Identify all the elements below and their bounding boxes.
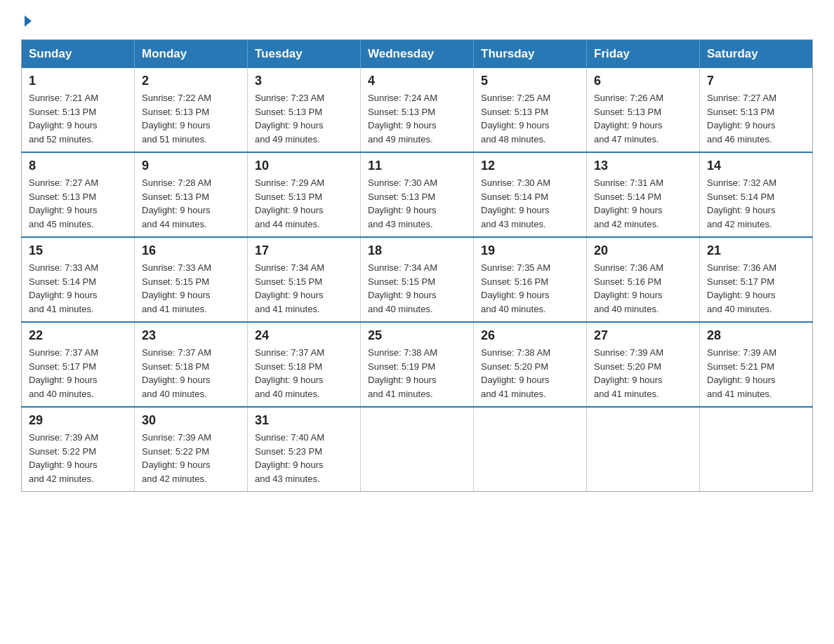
calendar-week-row: 22Sunrise: 7:37 AMSunset: 5:17 PMDayligh… xyxy=(22,322,813,407)
day-info: Sunrise: 7:24 AMSunset: 5:13 PMDaylight:… xyxy=(368,91,466,146)
day-number: 14 xyxy=(707,159,805,173)
calendar-cell: 20Sunrise: 7:36 AMSunset: 5:16 PMDayligh… xyxy=(587,237,700,322)
weekday-header: Saturday xyxy=(700,40,813,69)
day-number: 12 xyxy=(481,159,579,173)
calendar-cell: 30Sunrise: 7:39 AMSunset: 5:22 PMDayligh… xyxy=(135,407,248,492)
calendar-cell: 19Sunrise: 7:35 AMSunset: 5:16 PMDayligh… xyxy=(474,237,587,322)
day-number: 8 xyxy=(29,159,127,173)
calendar-cell: 23Sunrise: 7:37 AMSunset: 5:18 PMDayligh… xyxy=(135,322,248,407)
day-number: 31 xyxy=(255,413,353,428)
calendar-week-row: 29Sunrise: 7:39 AMSunset: 5:22 PMDayligh… xyxy=(22,407,813,492)
day-info: Sunrise: 7:21 AMSunset: 5:13 PMDaylight:… xyxy=(29,91,127,146)
day-info: Sunrise: 7:32 AMSunset: 5:14 PMDaylight:… xyxy=(707,176,805,231)
weekday-header: Friday xyxy=(587,40,700,69)
weekday-header: Thursday xyxy=(474,40,587,69)
calendar-cell: 25Sunrise: 7:38 AMSunset: 5:19 PMDayligh… xyxy=(361,322,474,407)
day-number: 29 xyxy=(29,413,127,428)
day-number: 6 xyxy=(594,74,692,88)
calendar-cell xyxy=(474,407,587,492)
day-info: Sunrise: 7:39 AMSunset: 5:22 PMDaylight:… xyxy=(29,431,127,485)
calendar-cell: 1Sunrise: 7:21 AMSunset: 5:13 PMDaylight… xyxy=(22,68,135,152)
day-info: Sunrise: 7:27 AMSunset: 5:13 PMDaylight:… xyxy=(707,91,805,146)
day-info: Sunrise: 7:39 AMSunset: 5:21 PMDaylight:… xyxy=(707,346,805,401)
day-number: 30 xyxy=(142,413,240,428)
day-number: 10 xyxy=(255,159,353,173)
calendar-cell: 12Sunrise: 7:30 AMSunset: 5:14 PMDayligh… xyxy=(474,152,587,237)
calendar-cell: 16Sunrise: 7:33 AMSunset: 5:15 PMDayligh… xyxy=(135,237,248,322)
weekday-header: Tuesday xyxy=(248,40,361,69)
day-info: Sunrise: 7:37 AMSunset: 5:17 PMDaylight:… xyxy=(29,346,127,401)
day-number: 4 xyxy=(368,74,466,88)
day-number: 11 xyxy=(368,159,466,173)
day-number: 9 xyxy=(142,159,240,173)
weekday-header: Sunday xyxy=(22,40,135,69)
page-header xyxy=(21,14,813,27)
day-number: 13 xyxy=(594,159,692,173)
logo xyxy=(21,14,32,27)
calendar-cell: 26Sunrise: 7:38 AMSunset: 5:20 PMDayligh… xyxy=(474,322,587,407)
day-number: 28 xyxy=(707,328,805,343)
day-info: Sunrise: 7:34 AMSunset: 5:15 PMDaylight:… xyxy=(255,261,353,316)
day-number: 20 xyxy=(594,243,692,258)
day-number: 17 xyxy=(255,243,353,258)
day-info: Sunrise: 7:36 AMSunset: 5:17 PMDaylight:… xyxy=(707,261,805,316)
calendar-cell: 22Sunrise: 7:37 AMSunset: 5:17 PMDayligh… xyxy=(22,322,135,407)
weekday-header: Monday xyxy=(135,40,248,69)
calendar-week-row: 1Sunrise: 7:21 AMSunset: 5:13 PMDaylight… xyxy=(22,68,813,152)
day-number: 16 xyxy=(142,243,240,258)
calendar-table: SundayMondayTuesdayWednesdayThursdayFrid… xyxy=(21,39,813,492)
day-number: 1 xyxy=(29,74,127,88)
calendar-cell: 10Sunrise: 7:29 AMSunset: 5:13 PMDayligh… xyxy=(248,152,361,237)
calendar-cell xyxy=(361,407,474,492)
calendar-cell: 2Sunrise: 7:22 AMSunset: 5:13 PMDaylight… xyxy=(135,68,248,152)
calendar-cell: 13Sunrise: 7:31 AMSunset: 5:14 PMDayligh… xyxy=(587,152,700,237)
calendar-cell: 15Sunrise: 7:33 AMSunset: 5:14 PMDayligh… xyxy=(22,237,135,322)
day-info: Sunrise: 7:28 AMSunset: 5:13 PMDaylight:… xyxy=(142,176,240,231)
day-info: Sunrise: 7:25 AMSunset: 5:13 PMDaylight:… xyxy=(481,91,579,146)
day-info: Sunrise: 7:33 AMSunset: 5:14 PMDaylight:… xyxy=(29,261,127,316)
weekday-header: Wednesday xyxy=(361,40,474,69)
calendar-cell: 14Sunrise: 7:32 AMSunset: 5:14 PMDayligh… xyxy=(700,152,813,237)
day-info: Sunrise: 7:36 AMSunset: 5:16 PMDaylight:… xyxy=(594,261,692,316)
day-number: 27 xyxy=(594,328,692,343)
day-number: 23 xyxy=(142,328,240,343)
day-info: Sunrise: 7:30 AMSunset: 5:13 PMDaylight:… xyxy=(368,176,466,231)
calendar-cell: 28Sunrise: 7:39 AMSunset: 5:21 PMDayligh… xyxy=(700,322,813,407)
day-info: Sunrise: 7:22 AMSunset: 5:13 PMDaylight:… xyxy=(142,91,240,146)
calendar-cell: 17Sunrise: 7:34 AMSunset: 5:15 PMDayligh… xyxy=(248,237,361,322)
calendar-week-row: 8Sunrise: 7:27 AMSunset: 5:13 PMDaylight… xyxy=(22,152,813,237)
day-info: Sunrise: 7:30 AMSunset: 5:14 PMDaylight:… xyxy=(481,176,579,231)
calendar-cell: 21Sunrise: 7:36 AMSunset: 5:17 PMDayligh… xyxy=(700,237,813,322)
day-number: 22 xyxy=(29,328,127,343)
calendar-cell: 11Sunrise: 7:30 AMSunset: 5:13 PMDayligh… xyxy=(361,152,474,237)
day-number: 24 xyxy=(255,328,353,343)
day-info: Sunrise: 7:33 AMSunset: 5:15 PMDaylight:… xyxy=(142,261,240,316)
calendar-cell: 4Sunrise: 7:24 AMSunset: 5:13 PMDaylight… xyxy=(361,68,474,152)
day-number: 26 xyxy=(481,328,579,343)
day-info: Sunrise: 7:35 AMSunset: 5:16 PMDaylight:… xyxy=(481,261,579,316)
calendar-cell xyxy=(700,407,813,492)
weekday-header-row: SundayMondayTuesdayWednesdayThursdayFrid… xyxy=(22,40,813,69)
day-info: Sunrise: 7:29 AMSunset: 5:13 PMDaylight:… xyxy=(255,176,353,231)
calendar-cell xyxy=(587,407,700,492)
day-info: Sunrise: 7:39 AMSunset: 5:20 PMDaylight:… xyxy=(594,346,692,401)
day-number: 2 xyxy=(142,74,240,88)
calendar-cell: 29Sunrise: 7:39 AMSunset: 5:22 PMDayligh… xyxy=(22,407,135,492)
day-number: 18 xyxy=(368,243,466,258)
calendar-cell: 18Sunrise: 7:34 AMSunset: 5:15 PMDayligh… xyxy=(361,237,474,322)
day-info: Sunrise: 7:37 AMSunset: 5:18 PMDaylight:… xyxy=(142,346,240,401)
day-number: 15 xyxy=(29,243,127,258)
day-info: Sunrise: 7:40 AMSunset: 5:23 PMDaylight:… xyxy=(255,431,353,485)
day-info: Sunrise: 7:39 AMSunset: 5:22 PMDaylight:… xyxy=(142,431,240,485)
calendar-cell: 6Sunrise: 7:26 AMSunset: 5:13 PMDaylight… xyxy=(587,68,700,152)
day-info: Sunrise: 7:27 AMSunset: 5:13 PMDaylight:… xyxy=(29,176,127,231)
calendar-cell: 27Sunrise: 7:39 AMSunset: 5:20 PMDayligh… xyxy=(587,322,700,407)
day-info: Sunrise: 7:38 AMSunset: 5:19 PMDaylight:… xyxy=(368,346,466,401)
calendar-cell: 31Sunrise: 7:40 AMSunset: 5:23 PMDayligh… xyxy=(248,407,361,492)
day-number: 7 xyxy=(707,74,805,88)
calendar-cell: 5Sunrise: 7:25 AMSunset: 5:13 PMDaylight… xyxy=(474,68,587,152)
calendar-cell: 24Sunrise: 7:37 AMSunset: 5:18 PMDayligh… xyxy=(248,322,361,407)
day-number: 5 xyxy=(481,74,579,88)
day-number: 21 xyxy=(707,243,805,258)
day-number: 3 xyxy=(255,74,353,88)
